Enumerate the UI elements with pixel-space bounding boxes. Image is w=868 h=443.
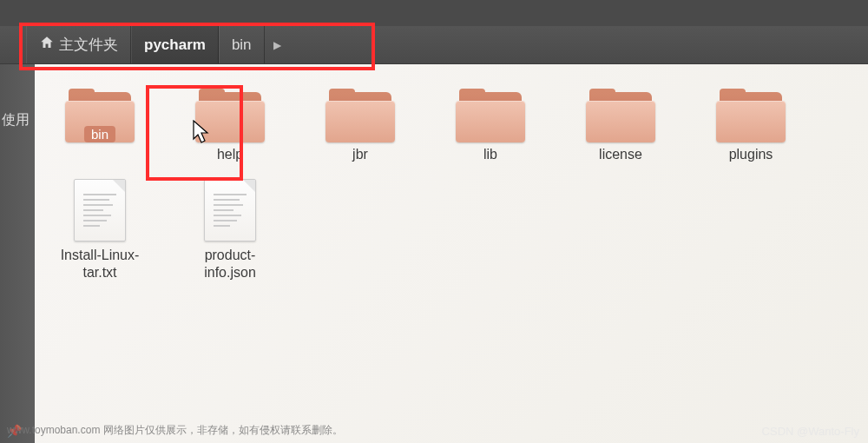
breadcrumb-home-label: 主文件夹: [59, 35, 118, 55]
sidebar-item[interactable]: 使用: [0, 106, 30, 135]
breadcrumb-item-label: pycharm: [144, 36, 206, 54]
file-grid: bin help jbr lib: [35, 64, 868, 443]
folder-icon: [195, 89, 265, 141]
item-label: help: [217, 146, 243, 163]
watermark-left: www.toymoban.com 网络图片仅供展示，非存储，如有侵权请联系删除。: [7, 423, 343, 438]
item-label: product-info.json: [182, 247, 278, 281]
folder-license[interactable]: license: [573, 89, 668, 163]
folder-help[interactable]: help: [182, 89, 278, 163]
folder-badge: bin: [84, 126, 115, 142]
breadcrumb-item-label: bin: [232, 36, 252, 54]
item-label: Install-Linux-tar.txt: [52, 247, 148, 281]
folder-icon: [716, 89, 786, 141]
file-product-info[interactable]: product-info.json: [182, 179, 278, 281]
folder-jbr[interactable]: jbr: [312, 89, 408, 163]
item-label: license: [599, 146, 642, 163]
file-install-linux[interactable]: Install-Linux-tar.txt: [52, 179, 148, 281]
breadcrumb-expand[interactable]: ▶: [265, 39, 290, 51]
folder-lib[interactable]: lib: [443, 89, 538, 163]
folder-bin[interactable]: bin: [52, 89, 148, 163]
text-file-icon: [74, 179, 126, 241]
item-label: plugins: [729, 146, 773, 163]
folder-icon: [326, 89, 395, 141]
breadcrumb-bin[interactable]: bin: [219, 26, 265, 63]
breadcrumb-pycharm[interactable]: pycharm: [131, 26, 219, 63]
folder-icon: [456, 89, 525, 141]
text-file-icon: [204, 179, 256, 241]
folder-plugins[interactable]: plugins: [703, 89, 799, 163]
folder-icon: [586, 89, 655, 141]
home-icon: [39, 35, 55, 55]
item-label: lib: [483, 146, 497, 163]
breadcrumb-home[interactable]: 主文件夹: [26, 26, 131, 63]
sidebar: 使用: [0, 64, 35, 443]
breadcrumb: 主文件夹 pycharm bin ▶: [0, 26, 868, 64]
folder-icon: bin: [65, 89, 135, 141]
item-label: jbr: [352, 146, 368, 163]
watermark-right: CSDN @Wanto-Fly: [762, 425, 859, 438]
